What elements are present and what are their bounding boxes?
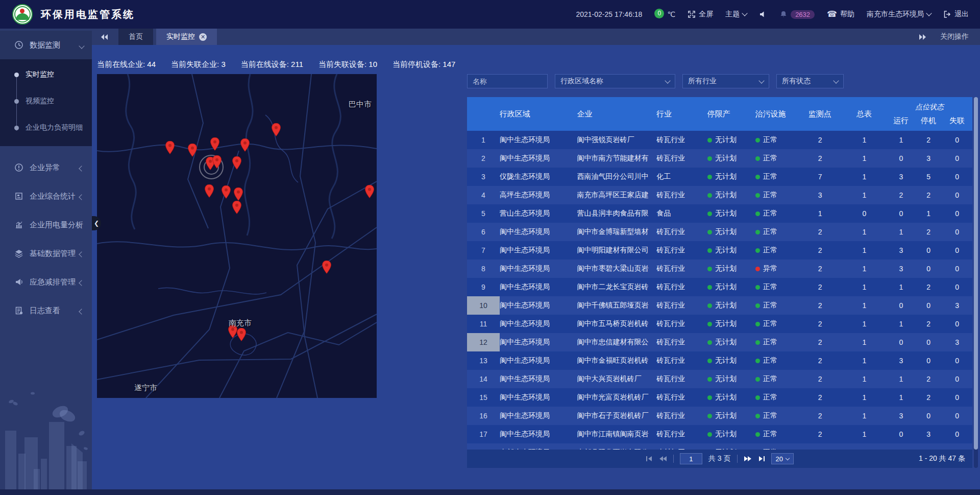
table-row[interactable]: 9阆中生态环境局阆中市二龙长宝页岩砖砖瓦行业无计划正常21120: [467, 278, 972, 296]
map-pin[interactable]: [232, 156, 241, 170]
table-row[interactable]: 16阆中生态环境局阆中市石子页岩机砖厂砖瓦行业无计划正常21300: [467, 407, 972, 425]
page-size-select[interactable]: 20: [771, 453, 794, 464]
tab-close-icon[interactable]: ✕: [199, 33, 207, 41]
last-page-button[interactable]: [758, 456, 765, 462]
map-pin[interactable]: [240, 138, 250, 152]
stat-item: 当前失联设备: 10: [318, 60, 377, 69]
table-scrollbar[interactable]: [974, 97, 978, 468]
cell-treatment: 正常: [751, 131, 798, 149]
map-panel[interactable]: 巴中市南充市遂宁市: [97, 74, 377, 398]
page-number-input[interactable]: [680, 453, 702, 464]
cell-industry: 砖瓦行业: [656, 131, 703, 149]
column-header-industry: 行业: [656, 97, 703, 131]
table-row[interactable]: 10阆中生态环境局阆中千佛镇五郎垭页岩砖瓦行业无计划正常21003: [467, 296, 972, 315]
fullscreen-button[interactable]: 全屏: [688, 10, 713, 19]
map-pin[interactable]: [212, 155, 222, 169]
industry-select[interactable]: 所有行业: [682, 74, 769, 88]
cell-industry: 砖瓦行业: [656, 315, 703, 333]
sidebar-item-log-view[interactable]: 日志查看: [0, 296, 92, 325]
sidebar-item-data-monitoring[interactable]: 数据监测: [0, 31, 92, 59]
cell-region: 阆中生态环境局: [500, 333, 577, 351]
tab-realtime-monitor[interactable]: 实时监控 ✕: [156, 29, 217, 45]
cell-region: 阆中生态环境局: [500, 370, 577, 388]
close-operations-dropdown[interactable]: 关闭操作: [940, 32, 969, 41]
cell-company: 阆中千佛镇五郎垭页岩: [577, 296, 657, 315]
double-arrow-left-icon: [100, 34, 108, 40]
status-dot-icon: [755, 377, 760, 382]
cell-lost: 0: [942, 223, 972, 241]
cell-index: 11: [467, 315, 500, 333]
table-row[interactable]: 1阆中生态环境局阆中强锐页岩砖厂砖瓦行业无计划正常21120: [467, 131, 972, 149]
help-button[interactable]: ☎ 帮助: [827, 10, 854, 19]
map-pin[interactable]: [237, 328, 246, 341]
cell-total-meters: 1: [842, 149, 887, 168]
sidebar-item-label: 企业用电量分析: [30, 220, 83, 230]
map-pin[interactable]: [205, 184, 214, 198]
status-dot-icon: [755, 175, 760, 179]
cell-stopped: 1: [915, 204, 942, 223]
theme-dropdown[interactable]: 主题: [725, 10, 747, 19]
map-pin[interactable]: [232, 201, 241, 214]
prev-page-button[interactable]: [659, 456, 667, 462]
sidebar-subitem-realtime-monitor[interactable]: 实时监控: [0, 61, 92, 88]
sidebar-item-power-usage-analysis[interactable]: 企业用电量分析: [0, 210, 92, 239]
table-row[interactable]: 12阆中生态环境局阆中市忠信建材有限公砖瓦行业无计划正常21003: [467, 333, 972, 351]
sidebar-item-enterprise-statistics[interactable]: 企业综合统计: [0, 182, 92, 210]
map-pin[interactable]: [365, 185, 374, 198]
region-select[interactable]: 行政区域名称: [555, 74, 675, 88]
cell-region: 阆中生态环境局: [500, 296, 577, 315]
table-row[interactable]: 14阆中生态环境局阆中大兴页岩机砖厂砖瓦行业无计划正常21120: [467, 370, 972, 388]
table-row[interactable]: 13阆中生态环境局阆中市金福旺页岩机砖砖瓦行业无计划正常21300: [467, 351, 972, 370]
sidebar-item-emergency-reduction[interactable]: 应急减排管理: [0, 268, 92, 296]
table-row[interactable]: 11阆中生态环境局阆中市五马桥页岩机砖砖瓦行业无计划正常21120: [467, 315, 972, 333]
map-pin[interactable]: [188, 144, 197, 157]
table-row[interactable]: 3仪陇生态环境局西南油气田分公司川中化工无计划正常71350: [467, 168, 972, 186]
cell-stopped: 0: [915, 407, 942, 425]
map-pin[interactable]: [210, 137, 219, 151]
status-dot-icon: [707, 156, 712, 161]
cell-treatment: 正常: [751, 278, 798, 296]
table-row[interactable]: 4高坪生态环境局南充市高坪区王家店建砖瓦行业无计划正常31220: [467, 186, 972, 204]
sidebar-subitem-video-monitor[interactable]: 视频监控: [0, 88, 92, 114]
sidebar-subitem-power-load-detail[interactable]: 企业电力负荷明细: [0, 114, 92, 141]
tabs-scroll-left-button[interactable]: [100, 34, 108, 40]
notification-area[interactable]: 2632: [779, 10, 815, 19]
cell-industry: 砖瓦行业: [656, 260, 703, 278]
tab-home[interactable]: 首页: [118, 29, 153, 45]
cell-total-meters: 1: [842, 407, 887, 425]
name-search-input[interactable]: [467, 74, 548, 88]
tabs-scroll-right-button[interactable]: [919, 34, 927, 40]
speaker-button[interactable]: [759, 10, 767, 18]
fullscreen-icon: [688, 10, 696, 18]
sidebar-item-base-data-management[interactable]: 基础数据管理: [0, 239, 92, 268]
map-pin[interactable]: [234, 187, 243, 201]
table-row[interactable]: 18南部生态环境局南部县双华页岩有限公建材加工无计划正常60060: [467, 443, 972, 450]
table-row[interactable]: 8阆中生态环境局阆中市枣碧大梁山页岩砖瓦行业无计划异常21300: [467, 260, 972, 278]
table-row[interactable]: 15阆中生态环境局阆中市光富页岩机砖厂砖瓦行业无计划正常21120: [467, 388, 972, 407]
status-dot-icon: [755, 248, 760, 253]
enterprise-table: 行政区域 企业 行业 停限产 治污设施 监测点 总表 点位状态 运行 停机 失联…: [467, 97, 972, 450]
table-row[interactable]: 5营山生态环境局营山县润丰肉食品有限食品无计划正常10010: [467, 204, 972, 223]
cell-treatment: 正常: [751, 407, 798, 425]
org-dropdown[interactable]: 南充市生态环境局: [867, 10, 931, 19]
sidebar-item-enterprise-abnormal[interactable]: 企业异常: [0, 153, 92, 182]
cell-industry: 砖瓦行业: [656, 388, 703, 407]
scrollbar-thumb[interactable]: [974, 97, 978, 450]
table-row[interactable]: 17阆中生态环境局阆中市江南镇阆南页岩砖瓦行业无计划正常21030: [467, 425, 972, 443]
map-pin[interactable]: [322, 261, 331, 274]
map-pin[interactable]: [222, 185, 231, 199]
cell-index: 17: [467, 425, 500, 443]
table-row[interactable]: 2阆中生态环境局阆中市南方节能建材有砖瓦行业无计划正常21030: [467, 149, 972, 168]
logout-button[interactable]: 退出: [943, 10, 969, 19]
map-city-label: 遂宁市: [134, 383, 157, 393]
map-pin[interactable]: [165, 141, 175, 154]
table-row[interactable]: 6阆中生态环境局阆中市金博瑞新型墙材砖瓦行业无计划正常21120: [467, 223, 972, 241]
chevron-down-icon: [79, 43, 84, 49]
first-page-button[interactable]: [646, 456, 653, 462]
table-row[interactable]: 7阆中生态环境局阆中明阳建材有限公司砖瓦行业无计划正常21300: [467, 241, 972, 260]
top-header: 环保用电监管系统 2021-02-25 17:46:18 0 ℃ 全屏 主题 2…: [0, 0, 980, 29]
status-select[interactable]: 所有状态: [776, 74, 844, 88]
cell-industry: 食品: [656, 204, 703, 223]
next-page-button[interactable]: [744, 456, 752, 462]
map-pin[interactable]: [272, 123, 281, 136]
